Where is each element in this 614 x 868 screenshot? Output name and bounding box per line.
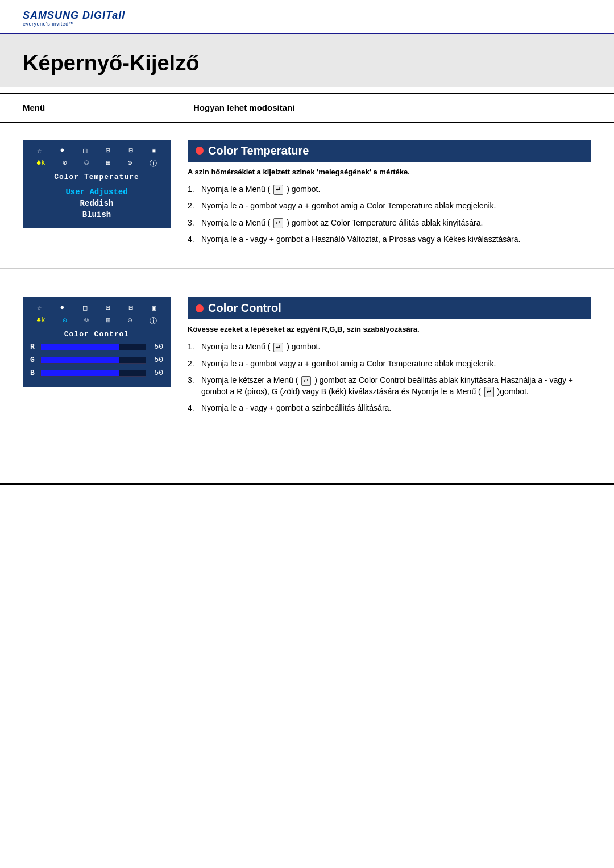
section-color-temperature: ☆ ● ◫ ⊡ ⊟ ▣ ♣k ⊙ ☺ ⊞ ⊙ ⓘ Color Temperatu… [0, 123, 614, 269]
monitor-submenu: User Adjusted Reddish Bluish [24, 183, 169, 226]
monitor-ctrl-b: B 50 [24, 366, 169, 385]
ctrl-r-value: 50 [150, 343, 163, 351]
section1-subtitle: A szin hőmérséklet a kijelzett szinek 'm… [188, 168, 591, 176]
icon-size2: ⊡ [106, 303, 110, 312]
step1-2: 2. Nyomja le a - gombot vagy a + gombot … [188, 201, 591, 212]
icon-contrast: ● [60, 146, 65, 155]
icon-contrast2: ● [60, 303, 65, 312]
how-column-header: Hogyan lehet modositani [193, 103, 591, 112]
enter-icon5: ↵ [484, 387, 494, 397]
icon-color: ♣k [36, 158, 45, 169]
section2-title-bar: Color Control [188, 297, 591, 319]
section2-steps: 1. Nyomja le a Menű ( ↵ ) gombot. 2. Nyo… [188, 341, 591, 414]
icon-temp2: ⊙ [63, 316, 67, 326]
icon-temp: ⊙ [63, 158, 67, 169]
monitor-mockup-control: ☆ ● ◫ ⊡ ⊟ ▣ ♣k ⊙ ☺ ⊞ ⊙ ⓘ Color Control R… [23, 297, 171, 387]
monitor-ctrl-r: R 50 [24, 340, 169, 353]
section2-subtitle: Kövesse ezeket a lépéseket az egyéni R,G… [188, 325, 591, 333]
brand-tagline: everyone's invited™ [23, 22, 591, 27]
section2-title: Color Control [208, 302, 281, 315]
step1-3: 3. Nyomja le a Menű ( ↵ ) gombot az Colo… [188, 218, 591, 229]
icon-video2: ▣ [152, 303, 156, 312]
menu-column-header: Menü [23, 103, 193, 112]
section1-dot [196, 147, 204, 155]
enter-icon: ↵ [273, 185, 283, 194]
section1-content: Color Temperature A szin hőmérséklet a k… [188, 140, 591, 251]
section1-title-bar: Color Temperature [188, 140, 591, 162]
icon-smile: ☺ [84, 158, 89, 169]
monitor-mockup-temp: ☆ ● ◫ ⊡ ⊟ ▣ ♣k ⊙ ☺ ⊞ ⊙ ⓘ Color Temperatu… [23, 140, 171, 228]
submenu-reddish: Reddish [29, 198, 164, 209]
icon-video: ▣ [152, 146, 156, 155]
icon-info2: ⓘ [150, 316, 157, 326]
step2-2: 2. Nyomja le a - gombot vagy a + gombot … [188, 358, 591, 370]
enter-icon4: ↵ [301, 376, 311, 386]
ctrl-r-bar [40, 344, 146, 350]
ctrl-b-value: 50 [150, 369, 163, 377]
icon-window: ⊞ [106, 158, 110, 169]
submenu-bluish: Bluish [29, 209, 164, 220]
enter-icon3: ↵ [273, 343, 283, 352]
samsung-logo: SAMSUNG DIGITall everyone's invited™ [23, 10, 591, 27]
submenu-user-adjusted: User Adjusted [29, 186, 164, 198]
column-headers: Menü Hogyan lehet modositani [0, 93, 614, 123]
ctrl-b-label: B [30, 369, 37, 377]
icon-clock2: ⊙ [128, 316, 132, 326]
ctrl-g-bar [40, 357, 146, 364]
section1-steps: 1. Nyomja le a Menű ( ↵ ) gombot. 2. Nyo… [188, 184, 591, 245]
icon-smile2: ☺ [84, 316, 89, 326]
brand-name: SAMSUNG DIGITall [23, 10, 591, 22]
icon-position2: ⊟ [129, 303, 134, 312]
ctrl-g-value: 50 [150, 356, 163, 364]
monitor-ctrl-icons-row2: ♣k ⊙ ☺ ⊞ ⊙ ⓘ [24, 315, 169, 328]
page-title: Képernyő-Kijelző [23, 51, 591, 76]
monitor-ctrl-active-menu: Color Control [24, 328, 169, 340]
icon-clock: ⊙ [128, 158, 132, 169]
icon-brightness: ☆ [37, 146, 42, 155]
icon-magic2: ◫ [83, 303, 88, 312]
ctrl-b-bar [40, 370, 146, 377]
icon-window2: ⊞ [106, 316, 110, 326]
monitor-ctrl-g: G 50 [24, 353, 169, 366]
section-color-control: ☆ ● ◫ ⊡ ⊟ ▣ ♣k ⊙ ☺ ⊞ ⊙ ⓘ Color Control R… [0, 280, 614, 437]
monitor-active-menu: Color Temperature [24, 171, 169, 183]
step2-1: 1. Nyomja le a Menű ( ↵ ) gombot. [188, 341, 591, 353]
icon-position: ⊟ [129, 146, 134, 155]
monitor-ctrl-icons-row1: ☆ ● ◫ ⊡ ⊟ ▣ [24, 299, 169, 315]
ctrl-r-fill [41, 344, 119, 350]
step2-4: 4. Nyomja le a - vagy + gombot a szinbeá… [188, 403, 591, 414]
icon-brightness2: ☆ [37, 303, 42, 312]
monitor-icons-row1: ☆ ● ◫ ⊡ ⊟ ▣ [24, 141, 169, 157]
icon-info: ⓘ [150, 158, 157, 169]
icon-magic: ◫ [83, 146, 88, 155]
section1-title: Color Temperature [208, 144, 309, 157]
header: SAMSUNG DIGITall everyone's invited™ [0, 0, 614, 34]
step2-3: 3. Nyomja le kétszer a Menű ( ↵ ) gombot… [188, 375, 591, 397]
icon-color2: ♣k [36, 316, 45, 326]
ctrl-r-label: R [30, 343, 37, 351]
section2-dot [196, 304, 204, 312]
step1-4: 4. Nyomja le a - vagy + gombot a Használ… [188, 234, 591, 245]
icon-size: ⊡ [106, 146, 110, 155]
section2-content: Color Control Kövesse ezeket a lépéseket… [188, 297, 591, 420]
ctrl-b-fill [41, 370, 119, 376]
page-title-area: Képernyő-Kijelző [0, 34, 614, 87]
step1-1: 1. Nyomja le a Menű ( ↵ ) gombot. [188, 184, 591, 195]
ctrl-g-fill [41, 357, 119, 363]
monitor-icons-row2: ♣k ⊙ ☺ ⊞ ⊙ ⓘ [24, 157, 169, 171]
footer-line [0, 483, 614, 485]
ctrl-g-label: G [30, 356, 37, 364]
enter-icon2: ↵ [273, 218, 283, 228]
